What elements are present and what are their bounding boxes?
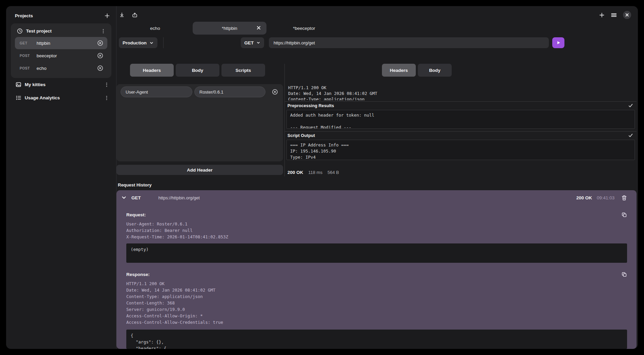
my-kitties-menu-button[interactable] bbox=[104, 82, 109, 87]
history-entry-header[interactable]: GET https://httpbin.org/get 200 OK 09:41… bbox=[116, 190, 637, 205]
close-icon bbox=[625, 13, 629, 17]
request-label: Request: bbox=[126, 212, 146, 217]
script-output-header[interactable]: Script Output bbox=[285, 132, 637, 139]
tab-label: *httpbin bbox=[222, 26, 237, 31]
script-output: === IP Address Info === IP: 195.146.105.… bbox=[290, 142, 631, 160]
status-time: 118 ms bbox=[308, 170, 323, 175]
sidebar-item-my-kitties[interactable]: My kitties bbox=[10, 78, 112, 91]
project-header[interactable]: Test project bbox=[14, 26, 109, 37]
request-bar: Production GET bbox=[116, 37, 637, 48]
download-icon bbox=[119, 12, 125, 18]
chevron-down-icon bbox=[149, 41, 154, 45]
check-icon bbox=[628, 103, 633, 108]
response-body-box: { "args": {}, "headers": { bbox=[126, 330, 627, 349]
sidebar-request-echo[interactable]: POST echo bbox=[15, 62, 107, 74]
environment-dropdown[interactable]: Production bbox=[119, 37, 157, 48]
request-body: (empty) bbox=[131, 246, 623, 253]
tab-httpbin[interactable]: *httpbin bbox=[193, 22, 266, 35]
sidebar-item-label: My kitties bbox=[25, 82, 46, 87]
delete-request-button[interactable] bbox=[97, 40, 103, 46]
tab-response-headers[interactable]: Headers bbox=[382, 64, 416, 77]
history-entry-card: GET https://httpbin.org/get 200 OK 09:41… bbox=[116, 190, 637, 349]
tab-response-body[interactable]: Body bbox=[418, 64, 452, 77]
divider bbox=[163, 37, 164, 48]
header-key-input[interactable] bbox=[121, 86, 192, 97]
remove-header-button[interactable] bbox=[272, 89, 278, 95]
sidebar-request-httpbin[interactable]: GET httpbin bbox=[15, 37, 107, 49]
sidebar-header: Projects bbox=[10, 10, 112, 22]
usage-analytics-menu-button[interactable] bbox=[104, 95, 109, 101]
add-header-button[interactable]: Add Header bbox=[116, 165, 283, 175]
request-name: echo bbox=[37, 66, 46, 71]
delete-request-button[interactable] bbox=[97, 53, 103, 59]
request-name: httpbin bbox=[37, 41, 50, 46]
list-icon bbox=[16, 95, 21, 101]
sidebar-item-label: Usage Analytics bbox=[25, 95, 60, 100]
sidebar-request-beeceptor[interactable]: POST beeceptor bbox=[15, 50, 107, 62]
header-row bbox=[119, 86, 281, 97]
request-body-box: (empty) bbox=[126, 243, 627, 263]
import-button[interactable] bbox=[119, 12, 125, 18]
history-method: GET bbox=[131, 195, 141, 200]
preprocessing-section: Preprocessing Results Added auth header … bbox=[285, 101, 637, 130]
response-panel-tabs: Headers Body bbox=[382, 64, 637, 77]
circle-x-icon bbox=[97, 65, 103, 71]
menu-button[interactable] bbox=[610, 12, 617, 18]
chevron-down-icon bbox=[121, 195, 127, 200]
history-entry-body: Request: User-Agent: Roster/0.6.1 Author… bbox=[116, 205, 637, 349]
plus-icon bbox=[599, 12, 605, 18]
history-url: https://httpbin.org/get bbox=[158, 195, 200, 200]
preprocessing-title: Preprocessing Results bbox=[287, 103, 334, 108]
sidebar: Projects Test project GET httpbin bbox=[6, 6, 116, 349]
toolbar bbox=[116, 10, 637, 20]
preprocessing-header[interactable]: Preprocessing Results bbox=[285, 102, 637, 110]
url-input[interactable] bbox=[269, 37, 549, 48]
share-icon bbox=[132, 12, 137, 18]
response-panel: Headers Body HTTP/1.1 200 OK Date: Wed, … bbox=[285, 64, 637, 176]
plus-icon bbox=[104, 13, 110, 19]
script-output-title: Script Output bbox=[287, 133, 315, 138]
copy-request-button[interactable] bbox=[621, 212, 627, 218]
delete-history-button[interactable] bbox=[621, 195, 627, 201]
clock-icon bbox=[17, 28, 23, 34]
new-tab-button[interactable] bbox=[599, 12, 605, 18]
tab-echo[interactable]: echo bbox=[118, 22, 192, 35]
window-close-button[interactable] bbox=[623, 11, 631, 19]
response-label-row: Response: bbox=[126, 272, 627, 277]
tab-request-headers[interactable]: Headers bbox=[130, 64, 174, 77]
tab-close-button[interactable] bbox=[256, 25, 261, 30]
export-button[interactable] bbox=[132, 12, 137, 18]
method-dropdown[interactable]: GET bbox=[241, 37, 264, 48]
response-body: { "args": {}, "headers": { bbox=[131, 332, 623, 349]
sidebar-item-usage-analytics[interactable]: Usage Analytics bbox=[10, 91, 112, 104]
tab-request-scripts[interactable]: Scripts bbox=[221, 64, 265, 77]
header-value-input[interactable] bbox=[194, 86, 265, 97]
copy-response-button[interactable] bbox=[621, 272, 627, 277]
add-project-button[interactable] bbox=[104, 13, 110, 19]
history-request-headers: User-Agent: Roster/0.6.1 Authorization: … bbox=[126, 221, 627, 240]
history-status: 200 OK bbox=[576, 195, 592, 200]
response-status-row: 200 OK 118 ms 564 B bbox=[285, 170, 637, 176]
request-name: beeceptor bbox=[37, 53, 57, 58]
hamburger-icon bbox=[610, 12, 617, 18]
trash-icon bbox=[621, 195, 627, 201]
app-window: Projects Test project GET httpbin bbox=[6, 6, 638, 349]
send-request-button[interactable] bbox=[552, 37, 564, 48]
tab-label: *beeceptor bbox=[293, 26, 315, 31]
circle-x-icon bbox=[97, 53, 103, 59]
project-menu-button[interactable] bbox=[101, 28, 106, 34]
script-output-section: Script Output === IP Address Info === IP… bbox=[285, 131, 637, 161]
request-history-section: Request History GET https://httpbin.org/… bbox=[116, 181, 637, 349]
check-icon bbox=[628, 133, 633, 138]
chevron-down-icon bbox=[256, 41, 260, 45]
copy-icon bbox=[621, 212, 627, 218]
collapse-entry-button[interactable] bbox=[121, 195, 127, 200]
request-response-panels: Headers Body Scripts Add Header bbox=[116, 64, 637, 176]
play-icon bbox=[556, 40, 561, 45]
tab-beeceptor[interactable]: *beeceptor bbox=[267, 22, 341, 35]
history-response-headers: HTTP/1.1 200 OK Date: Wed, 14 Jan 2026 0… bbox=[126, 280, 627, 326]
tab-request-body[interactable]: Body bbox=[176, 64, 219, 77]
delete-request-button[interactable] bbox=[97, 65, 103, 71]
response-label: Response: bbox=[126, 272, 150, 277]
circle-x-icon bbox=[97, 40, 103, 46]
